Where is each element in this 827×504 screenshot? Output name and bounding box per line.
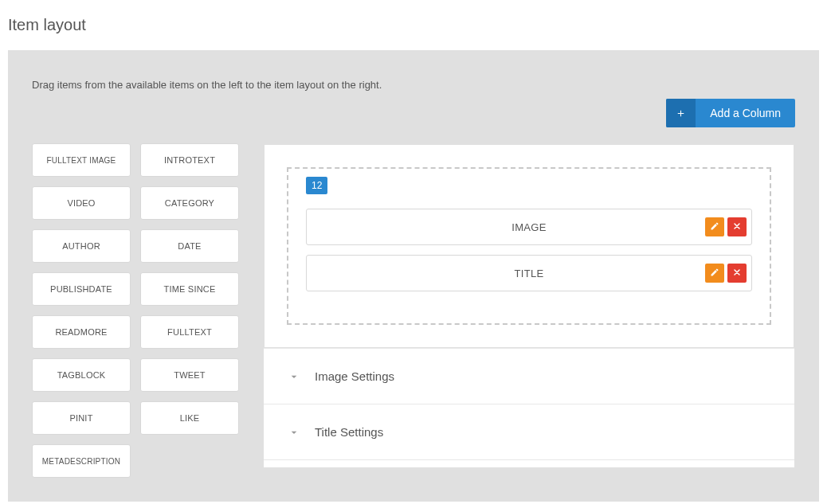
available-item-category[interactable]: CATEGORY: [140, 186, 239, 220]
chevron-down-icon: [288, 370, 300, 383]
accordion-header-title-settings[interactable]: Title Settings: [264, 404, 794, 459]
available-item-tagblock[interactable]: TAGBLOCK: [32, 358, 131, 392]
close-icon: [732, 268, 742, 279]
pencil-icon: [710, 221, 719, 233]
edit-item-button[interactable]: [705, 217, 724, 236]
remove-item-button[interactable]: [727, 264, 747, 283]
add-column-button[interactable]: Add a Column: [666, 99, 795, 127]
chevron-down-icon: [288, 426, 300, 439]
available-item-readmore[interactable]: READMORE: [32, 315, 131, 349]
available-item-publishdate[interactable]: PUBLISHDATE: [32, 272, 131, 306]
available-item-tweet[interactable]: TWEET: [140, 358, 239, 392]
available-item-pinit[interactable]: PINIT: [32, 401, 131, 435]
instructions-text: Drag items from the available items on t…: [32, 79, 795, 91]
layout-item-label: IMAGE: [511, 221, 546, 233]
available-item-fulltext[interactable]: FULLTEXT: [140, 315, 239, 349]
available-item-author[interactable]: AUTHOR: [32, 229, 131, 263]
remove-item-button[interactable]: [727, 217, 747, 236]
available-item-metadescription[interactable]: METADESCRIPTION: [32, 444, 131, 478]
layout-item-title[interactable]: TITLE: [306, 255, 752, 291]
available-item-time-since[interactable]: TIME SINCE: [140, 272, 239, 306]
available-item-like[interactable]: LIKE: [140, 401, 239, 435]
accordion-title: Title Settings: [315, 425, 383, 439]
column-width-badge[interactable]: 12: [306, 177, 327, 194]
accordion-header-image-settings[interactable]: Image Settings: [264, 349, 794, 404]
pencil-icon: [710, 268, 719, 279]
available-items-palette: FULLTEXT IMAGEINTROTEXTVIDEOCATEGORYAUTH…: [32, 143, 239, 478]
item-layout-panel: Drag items from the available items on t…: [8, 50, 819, 502]
layout-item-image[interactable]: IMAGE: [306, 209, 752, 245]
available-item-fulltext-image[interactable]: FULLTEXT IMAGE: [32, 143, 131, 177]
plus-icon: [666, 99, 696, 127]
add-column-label: Add a Column: [696, 99, 795, 127]
accordion-title: Image Settings: [315, 369, 394, 383]
layout-item-label: TITLE: [515, 268, 544, 279]
close-icon: [732, 221, 742, 233]
page-title: Item layout: [8, 8, 819, 50]
edit-item-button[interactable]: [705, 264, 724, 283]
column-drop-zone[interactable]: 12 IMAGETITLE: [287, 167, 771, 325]
available-item-video[interactable]: VIDEO: [32, 186, 131, 220]
available-item-introtext[interactable]: INTROTEXT: [140, 143, 239, 177]
layout-drop-area: 12 IMAGETITLE: [264, 144, 794, 348]
available-item-date[interactable]: DATE: [140, 229, 239, 263]
